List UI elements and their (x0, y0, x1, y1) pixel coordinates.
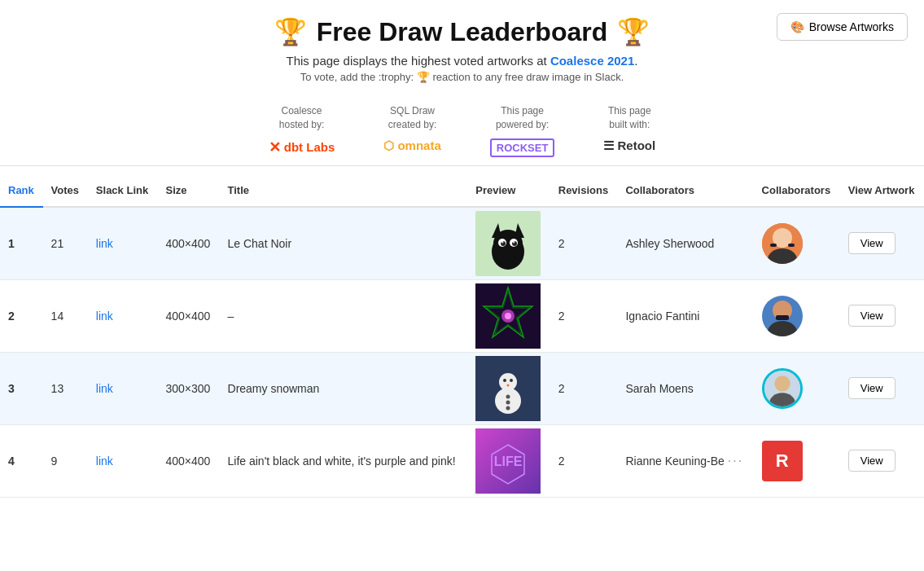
coalesce-link[interactable]: Coalesce 2021 (550, 54, 634, 68)
size-1: 400×400 (157, 207, 219, 280)
avatar-3 (762, 368, 803, 409)
view-button-3[interactable]: View (848, 377, 896, 399)
leaderboard-table-container[interactable]: Rank Votes Slack Link Size Title Preview… (0, 174, 924, 498)
sponsor-coalesce-label: Coalescehosted by: (269, 104, 335, 132)
collaborator-avatar-2 (754, 279, 840, 352)
dbt-logo: ✕ dbt Labs (269, 138, 335, 156)
palette-icon: 🎨 (790, 20, 804, 33)
title-1: Le Chat Noir (220, 207, 468, 280)
preview-1 (467, 207, 550, 280)
svg-point-31 (506, 400, 510, 404)
svg-rect-13 (770, 244, 777, 247)
rockset-logo: ROCKSET (490, 138, 555, 157)
slack-link-1[interactable]: link (88, 207, 158, 280)
table-row: 1 21 link 400×400 Le Chat Noir (0, 207, 924, 280)
avatar-1 (762, 223, 803, 264)
votes-1: 21 (43, 207, 88, 280)
table-row: 3 13 link 300×300 Dreamy snowman (0, 352, 924, 424)
col-preview: Preview (467, 174, 550, 207)
omnata-logo: ⬡ omnata (383, 138, 441, 153)
revisions-1: 2 (550, 207, 618, 280)
revisions-4: 2 (550, 424, 618, 497)
slack-link-4[interactable]: link (88, 424, 158, 497)
view-button-4[interactable]: View (848, 450, 896, 472)
collaborator-avatar-3 (754, 352, 840, 424)
sponsors-section: Coalescehosted by: ✕ dbt Labs SQL Drawcr… (0, 104, 924, 157)
title-3: Dreamy snowman (220, 352, 468, 424)
slack-link-3[interactable]: link (88, 352, 158, 424)
table-row: 2 14 link 400×400 – (0, 279, 924, 352)
svg-point-9 (513, 240, 515, 243)
col-slack-link: Slack Link (88, 174, 158, 207)
sponsor-sqldraw: SQL Drawcreated by: ⬡ omnata (383, 104, 441, 157)
sponsor-built-label: This pagebuilt with: (603, 104, 655, 132)
collaborator-name-2: Ignacio Fantini (617, 279, 753, 352)
rank-2: 2 (0, 279, 43, 352)
preview-2 (467, 279, 550, 352)
svg-rect-14 (788, 244, 795, 247)
col-size: Size (157, 174, 219, 207)
page-title: 🏆 Free Draw Leaderboard 🏆 (16, 16, 908, 47)
view-artwork-2[interactable]: View (840, 279, 924, 352)
page-header: 🎨 Browse Artworks 🏆 Free Draw Leaderboar… (0, 0, 924, 91)
slack-link-2[interactable]: link (88, 279, 158, 352)
cat-preview-svg (484, 215, 532, 272)
trophy-left-icon: 🏆 (274, 16, 307, 47)
votes-3: 13 (43, 352, 88, 424)
svg-point-8 (501, 240, 504, 243)
table-header-row: Rank Votes Slack Link Size Title Preview… (0, 174, 924, 207)
browse-artworks-button[interactable]: 🎨 Browse Artworks (777, 13, 908, 41)
svg-point-29 (507, 384, 510, 386)
size-4: 400×400 (157, 424, 219, 497)
star-preview-svg (475, 283, 541, 349)
col-collaborators-name: Collaborators (617, 174, 753, 207)
view-artwork-4[interactable]: View (840, 424, 924, 497)
col-collaborators-avatar: Collaborators (754, 174, 840, 207)
svg-rect-23 (776, 315, 789, 320)
trophy-right-icon: 🏆 (617, 16, 650, 47)
svg-point-32 (506, 406, 510, 410)
avatar-2 (762, 296, 803, 336)
preview-3 (467, 352, 550, 424)
svg-point-19 (505, 313, 511, 319)
view-artwork-1[interactable]: View (840, 207, 924, 280)
view-button-2[interactable]: View (848, 305, 896, 327)
revisions-2: 2 (550, 279, 618, 352)
votes-2: 14 (43, 279, 88, 352)
subtitle: This page displays the highest voted art… (16, 54, 908, 68)
col-title: Title (220, 174, 468, 207)
life-preview-svg: LIFE (475, 428, 541, 494)
collaborator-name-4: Rianne Keuning-Be ··· (617, 424, 753, 497)
sponsor-powered: This pagepowered by: ROCKSET (490, 104, 555, 157)
sponsor-powered-label: This pagepowered by: (490, 104, 555, 132)
svg-point-28 (510, 379, 513, 382)
svg-point-27 (503, 379, 506, 382)
collaborator-name-3: Sarah Moens (617, 352, 753, 424)
avatar-4: R (762, 441, 803, 481)
rank-1: 1 (0, 207, 43, 280)
size-3: 300×300 (157, 352, 219, 424)
view-artwork-3[interactable]: View (840, 352, 924, 424)
snowman-preview-svg (475, 356, 541, 421)
revisions-3: 2 (550, 352, 618, 424)
collaborator-name-1: Ashley Sherwood (617, 207, 753, 280)
svg-point-3 (493, 230, 523, 257)
view-button-1[interactable]: View (848, 232, 896, 254)
preview-4: LIFE (467, 424, 550, 497)
sponsor-built: This pagebuilt with: ☰ Retool (603, 104, 655, 157)
col-rank: Rank (0, 174, 43, 207)
col-revisions: Revisions (550, 174, 618, 207)
svg-point-30 (506, 394, 510, 398)
col-view-artwork: View Artwork (840, 174, 924, 207)
sponsor-sqldraw-label: SQL Drawcreated by: (383, 104, 441, 132)
title-2: – (220, 279, 468, 352)
rank-4: 4 (0, 424, 43, 497)
svg-point-34 (774, 376, 790, 391)
col-votes: Votes (43, 174, 88, 207)
collaborator-avatar-4: R (754, 424, 840, 497)
collaborator-avatar-1 (754, 207, 840, 280)
sponsor-coalesce: Coalescehosted by: ✕ dbt Labs (269, 104, 335, 157)
rank-3: 3 (0, 352, 43, 424)
table-row: 4 9 link 400×400 Life ain't black and wh… (0, 424, 924, 497)
leaderboard-table: Rank Votes Slack Link Size Title Preview… (0, 174, 924, 498)
